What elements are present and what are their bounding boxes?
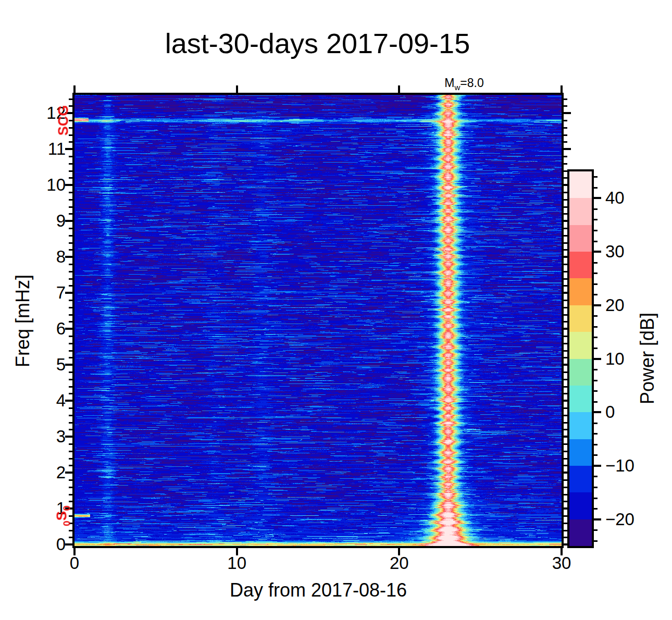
y-axis-tick-label: 0 xyxy=(19,535,66,554)
y-axis-right-minor-tick xyxy=(564,264,567,265)
y-axis-right-minor-tick xyxy=(564,271,567,272)
y-axis-right-minor-tick xyxy=(564,350,567,352)
magnitude-annotation: Mw=8.0 xyxy=(444,76,483,92)
y-axis-right-minor-tick xyxy=(564,407,567,409)
y-axis-right-minor-tick xyxy=(564,163,567,165)
0s0-letter: S xyxy=(54,511,70,521)
y-axis-right-tick xyxy=(564,112,571,114)
y-axis-minor-tick xyxy=(69,350,72,352)
y-axis-minor-tick xyxy=(69,307,72,308)
y-axis-tick xyxy=(65,472,72,474)
y-axis-minor-tick xyxy=(69,177,72,179)
y-axis-minor-tick xyxy=(69,451,72,452)
colorbar-band xyxy=(569,225,592,252)
y-axis-minor-tick xyxy=(69,156,72,157)
colorbar-minor-tick xyxy=(594,529,598,531)
y-axis-minor-tick xyxy=(69,407,72,409)
y-axis-tick xyxy=(65,292,72,294)
y-axis-right-minor-tick xyxy=(564,156,567,157)
colorbar-tick-label: −20 xyxy=(605,510,634,529)
y-axis-right-minor-tick xyxy=(564,429,567,430)
colorbar-tick xyxy=(594,358,601,360)
y-axis-right-tick xyxy=(564,148,571,150)
y-axis-right-minor-tick xyxy=(564,98,567,100)
y-axis-minor-tick xyxy=(69,465,72,466)
colorbar-minor-tick xyxy=(594,380,598,381)
colorbar-tick xyxy=(594,304,601,306)
y-axis-minor-tick xyxy=(69,379,72,380)
y-axis-minor-tick xyxy=(69,271,72,272)
y-axis-tick-label: 11 xyxy=(19,139,66,159)
y-axis-tick xyxy=(65,543,72,545)
y-axis-minor-tick xyxy=(69,530,72,531)
y-axis-tick-label: 3 xyxy=(19,427,66,447)
y-axis-minor-tick xyxy=(69,487,72,488)
y-axis-minor-tick xyxy=(69,141,72,143)
colorbar-band xyxy=(569,386,592,412)
y-axis-minor-tick xyxy=(69,314,72,316)
y-axis-tick xyxy=(65,436,72,438)
y-axis-minor-tick xyxy=(69,336,72,337)
y-axis-label: Freq [mHz] xyxy=(12,275,34,367)
y-axis-minor-tick xyxy=(69,213,72,215)
colorbar-minor-tick xyxy=(594,390,598,392)
0s0-post-subscript: 0 xyxy=(61,505,72,511)
y-axis-minor-tick xyxy=(69,242,72,244)
y-axis-minor-tick xyxy=(69,415,72,416)
figure: last-30-days 2017-09-15 Mw=8.0 010203001… xyxy=(0,0,672,620)
y-axis-minor-tick xyxy=(69,98,72,100)
colorbar-tick-label: 40 xyxy=(605,188,625,208)
colorbar-minor-tick xyxy=(594,444,598,445)
y-axis-right-minor-tick xyxy=(564,242,567,244)
colorbar-tick xyxy=(594,465,601,467)
colorbar-minor-tick xyxy=(594,230,598,231)
y-axis-minor-tick xyxy=(69,163,72,165)
x-axis-tick-label: 0 xyxy=(70,553,79,573)
colorbar-label: Power [dB] xyxy=(637,313,658,404)
y-axis-right-minor-tick xyxy=(564,213,567,215)
y-axis-right-minor-tick xyxy=(564,141,567,143)
colorbar-band xyxy=(569,305,592,332)
y-axis-right-minor-tick xyxy=(564,465,567,466)
y-axis-minor-tick xyxy=(69,235,72,237)
y-axis-minor-tick xyxy=(69,278,72,280)
colorbar-tick-label: 10 xyxy=(605,349,625,369)
y-axis-tick xyxy=(65,256,72,258)
colorbar-minor-tick xyxy=(594,454,598,456)
y-axis-tick xyxy=(65,328,72,330)
y-axis-tick xyxy=(65,148,72,150)
colorbar-tick xyxy=(594,197,601,199)
y-axis-right-minor-tick xyxy=(564,228,567,229)
y-axis-right-minor-tick xyxy=(564,501,567,502)
0s0-mode-label: 0S0 xyxy=(54,505,73,526)
colorbar-band xyxy=(569,332,592,358)
y-axis-minor-tick xyxy=(69,228,72,229)
y-axis-minor-tick xyxy=(69,458,72,460)
colorbar-minor-tick xyxy=(594,369,598,370)
y-axis-right-minor-tick xyxy=(564,443,567,445)
colorbar-minor-tick xyxy=(594,540,598,542)
y-axis-right-minor-tick xyxy=(564,127,567,129)
y-axis-minor-tick xyxy=(69,393,72,394)
y-axis-tick xyxy=(65,400,72,402)
colorbar-minor-tick xyxy=(594,219,598,220)
y-axis-right-minor-tick xyxy=(564,386,567,388)
magnitude-value: =8.0 xyxy=(460,76,483,90)
colorbar-minor-tick xyxy=(594,294,598,295)
y-axis-right-minor-tick xyxy=(564,458,567,460)
colorbar-minor-tick xyxy=(594,337,598,338)
figure-title: last-30-days 2017-09-15 xyxy=(72,27,563,59)
colorbar-minor-tick xyxy=(594,176,598,178)
y-axis-minor-tick xyxy=(69,264,72,265)
colorbar-minor-tick xyxy=(594,498,598,499)
colorbar-band xyxy=(569,198,592,225)
colorbar-band xyxy=(569,412,592,439)
magnitude-symbol: M xyxy=(444,76,454,90)
y-axis-right-minor-tick xyxy=(564,479,567,481)
y-axis-minor-tick xyxy=(69,501,72,502)
y-axis-tick-label: 8 xyxy=(19,247,66,267)
y-axis-minor-tick xyxy=(69,386,72,388)
y-axis-right-minor-tick xyxy=(564,105,567,107)
y-axis-minor-tick xyxy=(69,422,72,424)
colorbar-minor-tick xyxy=(594,315,598,317)
